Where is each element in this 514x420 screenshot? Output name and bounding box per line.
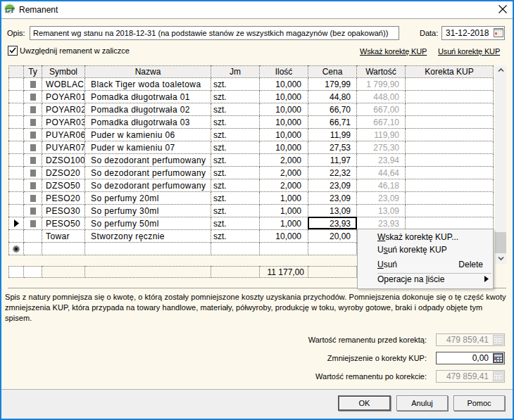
svg-text:GT: GT xyxy=(6,7,15,14)
